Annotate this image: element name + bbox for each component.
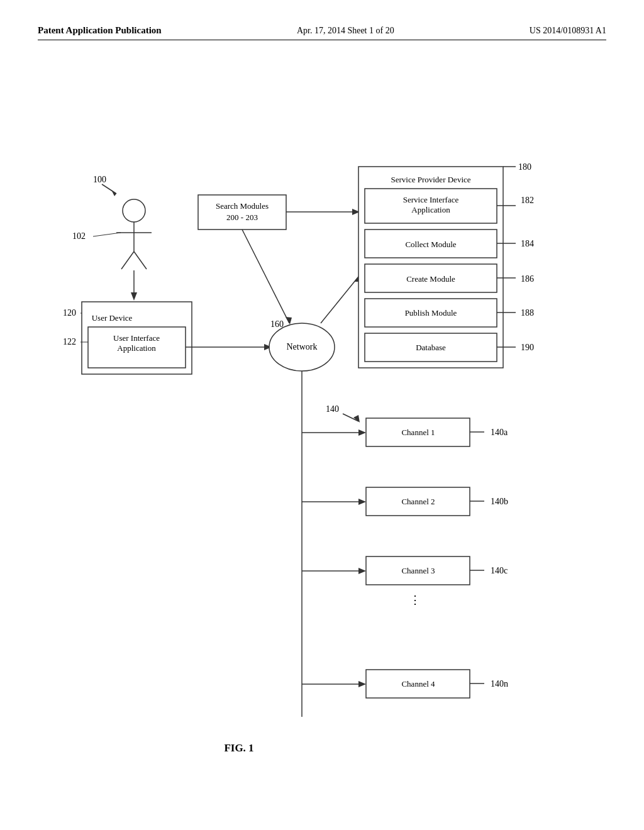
search-to-network-arrow bbox=[242, 230, 289, 323]
svg-line-2 bbox=[93, 233, 121, 236]
service-provider-text: Service Provider Device bbox=[391, 175, 470, 184]
person-right-leg bbox=[134, 252, 147, 269]
channel4-text: Channel 4 bbox=[401, 679, 435, 689]
header: Patent Application Publication Apr. 17, … bbox=[38, 25, 606, 40]
ref-140n-label: 140n bbox=[491, 679, 508, 689]
search-modules-text: Search Modules bbox=[216, 201, 269, 211]
network-text: Network bbox=[287, 342, 318, 351]
ref-182-label: 182 bbox=[521, 196, 534, 205]
diagram-svg: 100 102 120 User Device 122 User Interfa… bbox=[0, 50, 644, 805]
channel3-text: Channel 3 bbox=[401, 566, 435, 575]
svg-marker-18 bbox=[358, 429, 366, 436]
person-head bbox=[123, 199, 145, 222]
ref-100-label: 100 bbox=[93, 175, 106, 184]
fig-caption: FIG. 1 bbox=[224, 742, 253, 754]
search-modules-range: 200 - 203 bbox=[226, 213, 258, 222]
publish-text: Publish Module bbox=[405, 308, 457, 318]
ref-140-group-label: 140 bbox=[326, 404, 339, 414]
svg-marker-3 bbox=[131, 292, 137, 301]
collect-text: Collect Module bbox=[405, 240, 456, 249]
svg-marker-19 bbox=[358, 499, 366, 505]
ui-app-text1: User Interface bbox=[113, 333, 160, 343]
user-device-text: User Device bbox=[92, 313, 133, 323]
ref-102-label: 102 bbox=[72, 231, 86, 241]
svg-marker-20 bbox=[358, 568, 366, 574]
service-interface-text1: Service Interface bbox=[403, 195, 459, 204]
ref-180-label: 180 bbox=[518, 162, 531, 172]
create-text: Create Module bbox=[406, 274, 455, 284]
database-text: Database bbox=[416, 343, 446, 352]
channel1-text: Channel 1 bbox=[401, 428, 435, 437]
page: Patent Application Publication Apr. 17, … bbox=[0, 0, 644, 830]
ref-190-label: 190 bbox=[521, 343, 534, 352]
svg-marker-17 bbox=[353, 415, 360, 423]
channel2-text: Channel 2 bbox=[401, 497, 435, 506]
header-left: Patent Application Publication bbox=[38, 25, 162, 36]
ref-188-label: 188 bbox=[521, 308, 534, 318]
header-center: Apr. 17, 2014 Sheet 1 of 20 bbox=[297, 26, 394, 36]
ref-140c-label: 140c bbox=[491, 566, 508, 575]
person-left-leg bbox=[121, 252, 134, 269]
svg-marker-9 bbox=[286, 317, 292, 324]
header-right: US 2014/0108931 A1 bbox=[530, 26, 606, 36]
network-to-service-arrow bbox=[321, 277, 358, 323]
ref-140a-label: 140a bbox=[491, 428, 508, 437]
ref-186-label: 186 bbox=[521, 274, 534, 284]
svg-marker-21 bbox=[358, 681, 366, 687]
ellipsis-dots: ⋮ bbox=[409, 594, 421, 606]
service-interface-text2: Application bbox=[411, 205, 450, 214]
ui-app-text2: Application bbox=[117, 343, 156, 353]
ref-160-label: 160 bbox=[270, 319, 284, 329]
ref-140b-label: 140b bbox=[491, 497, 508, 506]
ref-120-label: 120 bbox=[63, 308, 76, 318]
ref-122-label: 122 bbox=[63, 337, 76, 346]
ref-184-label: 184 bbox=[521, 239, 534, 248]
